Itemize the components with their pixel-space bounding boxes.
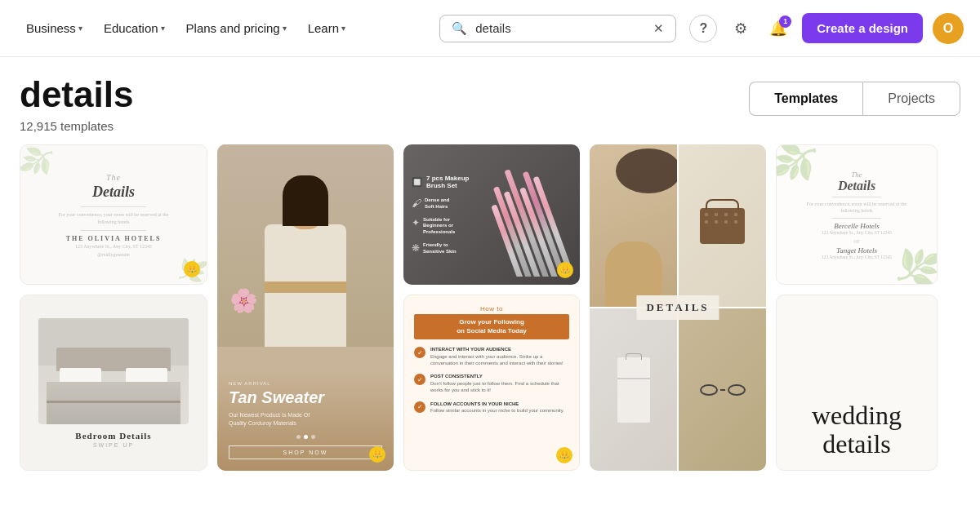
chevron-down-icon-2: ▾ (161, 24, 165, 33)
template-card-social-media[interactable]: How to Grow your Followingon Social Medi… (403, 295, 580, 471)
pro-crown-badge-7: 👑 (556, 447, 572, 463)
card-text-area: New arrival Tan Sweater Our Newest Produ… (217, 370, 394, 472)
template-card-bedroom[interactable]: Bedroom Details SWIPE UP (20, 295, 207, 471)
card-sweater-desc: Our Newest Product Is Made OfQuality Cor… (229, 411, 382, 428)
nav-item-plans[interactable]: Plans and pricing ▾ (176, 15, 296, 42)
nav-item-business[interactable]: Business ▾ (16, 15, 92, 42)
card-hotel-name: The Olivia Hotels (66, 235, 162, 242)
card5-the: The (851, 171, 862, 179)
card-social: @reallygreatsite (97, 252, 130, 257)
search-results-info: details 12,915 templates (20, 75, 133, 133)
card-features: 🔲 7 pcs MakeupBrush Set 🖌 Dense andSoft … (412, 175, 477, 255)
card-main-title: Details (92, 184, 135, 201)
card5-addr2: 123 Anywhere St., Any City, ST 12345 (822, 255, 892, 259)
header: Business ▾ Education ▾ Plans and pricing… (0, 0, 980, 57)
card5-hotel2: Tanget Hotels (836, 246, 877, 255)
nav-label-education: Education (104, 21, 158, 35)
collage-img-3 (590, 308, 677, 471)
nav-label-business: Business (26, 21, 76, 35)
collage-img-2 (679, 144, 766, 307)
create-design-button[interactable]: Create a design (802, 13, 923, 43)
help-button[interactable]: ? (689, 15, 717, 42)
main-content: details 12,915 templates Templates Proje… (0, 57, 980, 471)
tab-templates[interactable]: Templates (749, 82, 862, 116)
chevron-down-icon-3: ▾ (283, 24, 287, 33)
card7-item-2: ✓ POST CONSISTENTLYDon't follow people j… (414, 373, 569, 393)
chevron-down-icon-4: ▾ (341, 24, 345, 33)
main-nav: Business ▾ Education ▾ Plans and pricing… (16, 15, 433, 42)
result-count: 12,915 templates (20, 119, 133, 133)
notification-badge: 1 (779, 16, 791, 28)
card7-item-1: ✓ INTERACT WITH YOUR AUDIENCEEngage and … (414, 346, 569, 366)
card5-sub: For your convenience, room will be reser… (804, 201, 910, 215)
card7-item-3: ✓ FOLLOW ACCOUNTS IN YOUR NICHEFollow si… (414, 401, 569, 414)
card-script-title: The (106, 173, 121, 182)
bedroom-title: Bedroom Details (75, 431, 151, 441)
nav-label-learn: Learn (308, 21, 339, 35)
collage-img-1 (590, 144, 677, 307)
settings-button[interactable]: ⚙ (727, 15, 755, 42)
card-dots (229, 435, 382, 439)
clear-search-icon[interactable]: ✕ (653, 21, 664, 36)
template-card-details-collage[interactable]: DETAILS (590, 144, 766, 471)
nav-item-education[interactable]: Education ▾ (94, 15, 175, 42)
gear-icon: ⚙ (734, 20, 747, 38)
tab-projects[interactable]: Projects (862, 82, 960, 116)
template-card-hotel-details[interactable]: 🌿 🌿 The Details For your convenience, yo… (20, 144, 207, 285)
avatar[interactable]: O (933, 13, 964, 44)
card-brushes-visual (482, 153, 572, 277)
card-body-text: For your convenience, your room will be … (52, 211, 175, 226)
card-new-tag: New arrival (229, 381, 382, 386)
card-sweater-title: Tan Sweater (229, 388, 382, 407)
search-bar: 🔍 ✕ (439, 15, 676, 42)
chevron-down-icon: ▾ (78, 24, 82, 33)
card5-hotel1: Bercelle Hotels (834, 222, 879, 230)
card5-or: or (853, 237, 860, 245)
watercolor-leaf-tl: 🌿 (776, 144, 823, 190)
template-grid: 🌿 🌿 The Details For your convenience, yo… (20, 144, 960, 471)
section-header: details 12,915 templates Templates Proje… (20, 75, 960, 133)
card-photo-area: 🌸 (217, 144, 394, 347)
card5-addr1: 123 Anywhere St., Any City, ST 12345 (822, 230, 892, 235)
tabs-container: Templates Projects (749, 82, 960, 116)
card-hotel-addr: 123 Anywhere St., Any City, ST 12345 (75, 244, 152, 249)
nav-item-learn[interactable]: Learn ▾ (298, 15, 355, 42)
search-input[interactable] (475, 21, 645, 35)
template-card-tan-sweater[interactable]: 🌸 New arrival Tan Sweater Our Newest Pro… (217, 144, 394, 471)
card5-details: Details (838, 179, 875, 193)
bedroom-photo (38, 318, 188, 424)
notifications-button[interactable]: 🔔 1 (764, 15, 792, 42)
search-icon: 🔍 (452, 21, 467, 36)
collage-details-overlay: DETAILS (636, 295, 719, 320)
card-shop-btn[interactable]: SHOP NOW (229, 445, 382, 459)
card-leaf-topleft: 🌿 (20, 144, 57, 181)
card7-title: Grow your Followingon Social Media Today (414, 314, 569, 339)
wedding-text: weddingdetails (812, 401, 902, 459)
template-card-watercolor-hotel[interactable]: 🌿 🌿 The Details For your convenience, ro… (776, 144, 938, 285)
nav-label-plans: Plans and pricing (186, 21, 280, 35)
question-mark-icon: ? (699, 21, 707, 36)
watercolor-leaf-br: 🌿 (890, 240, 938, 286)
card7-how-to: How to (414, 305, 569, 312)
template-card-makeup-brushes[interactable]: 🔲 7 pcs MakeupBrush Set 🖌 Dense andSoft … (403, 144, 580, 285)
bedroom-subtitle: SWIPE UP (93, 442, 134, 448)
collage-img-4 (679, 308, 766, 471)
search-title: details (20, 75, 133, 114)
header-actions: ? ⚙ 🔔 1 Create a design O (689, 13, 964, 44)
template-card-wedding-details[interactable]: weddingdetails (776, 295, 938, 471)
